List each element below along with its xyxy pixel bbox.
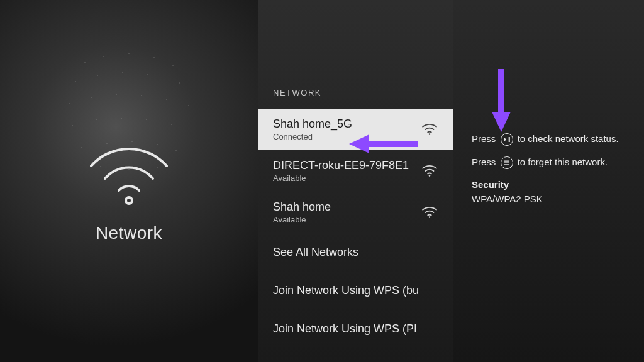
network-name: Shah home bbox=[273, 200, 331, 214]
svg-point-15 bbox=[166, 99, 167, 100]
info-panel: Press to check network status. Press to … bbox=[453, 0, 644, 362]
network-item[interactable]: Shah home Available bbox=[258, 192, 453, 233]
svg-point-29 bbox=[157, 167, 158, 168]
svg-point-21 bbox=[171, 124, 172, 125]
svg-rect-34 bbox=[508, 137, 508, 142]
svg-point-19 bbox=[121, 118, 122, 119]
svg-point-17 bbox=[72, 125, 73, 126]
svg-point-10 bbox=[179, 82, 180, 84]
info-security: Security WPA/WPA2 PSK bbox=[472, 178, 625, 206]
network-name: DIRECT-roku-EE9-79F8E1 bbox=[273, 159, 409, 172]
svg-point-9 bbox=[147, 74, 148, 75]
svg-point-23 bbox=[106, 143, 108, 144]
hero-panel: Network bbox=[0, 0, 258, 362]
svg-point-8 bbox=[122, 72, 123, 73]
svg-point-27 bbox=[100, 166, 101, 167]
network-status: Connected bbox=[273, 132, 352, 141]
svg-point-14 bbox=[141, 95, 142, 96]
svg-point-32 bbox=[429, 175, 431, 177]
info-text: to forget this network. bbox=[518, 156, 608, 167]
action-label: Join Network Using WPS (PIN) bbox=[273, 322, 418, 336]
info-text: Press bbox=[472, 156, 496, 167]
network-status: Available bbox=[273, 215, 331, 224]
network-item[interactable]: DIRECT-roku-EE9-79F8E1 Available bbox=[258, 150, 453, 192]
svg-rect-37 bbox=[504, 162, 509, 163]
svg-point-2 bbox=[103, 56, 104, 57]
svg-point-33 bbox=[429, 216, 431, 218]
menu-icon bbox=[501, 156, 513, 169]
see-all-networks[interactable]: See All Networks bbox=[258, 233, 453, 272]
action-label: Join Network Using WPS (button) bbox=[273, 284, 418, 297]
wifi-signal-icon bbox=[421, 123, 438, 136]
svg-rect-36 bbox=[504, 160, 509, 161]
list-header: NETWORK bbox=[258, 88, 453, 109]
svg-point-11 bbox=[69, 103, 70, 104]
action-label: See All Networks bbox=[273, 246, 358, 259]
svg-point-6 bbox=[75, 81, 76, 82]
svg-point-20 bbox=[146, 119, 147, 120]
info-text: Press bbox=[472, 133, 496, 144]
svg-point-1 bbox=[84, 62, 86, 63]
svg-point-30 bbox=[126, 197, 132, 204]
info-check-status: Press to check network status. bbox=[472, 132, 625, 146]
svg-point-16 bbox=[188, 105, 189, 106]
play-pause-icon bbox=[501, 133, 513, 146]
hero-dot-texture bbox=[47, 44, 211, 182]
network-item-selected[interactable]: Shah home_5G Connected bbox=[258, 109, 453, 150]
svg-point-13 bbox=[116, 94, 117, 95]
svg-rect-35 bbox=[509, 137, 509, 142]
network-settings-screen: Network NETWORK Shah home_5G Connected D… bbox=[0, 0, 644, 362]
wifi-signal-icon bbox=[421, 164, 438, 178]
svg-point-28 bbox=[128, 169, 130, 170]
wifi-signal-icon bbox=[421, 206, 438, 219]
svg-point-31 bbox=[429, 133, 431, 135]
svg-point-24 bbox=[131, 141, 133, 142]
security-label: Security bbox=[472, 178, 625, 192]
join-wps-button[interactable]: Join Network Using WPS (button) bbox=[258, 272, 453, 310]
svg-rect-38 bbox=[504, 164, 509, 165]
network-list-panel: NETWORK Shah home_5G Connected DIRECT-ro… bbox=[258, 0, 453, 362]
svg-point-18 bbox=[96, 119, 97, 120]
network-status: Available bbox=[273, 173, 409, 183]
security-value: WPA/WPA2 PSK bbox=[472, 192, 625, 207]
svg-point-12 bbox=[91, 97, 92, 98]
svg-point-25 bbox=[157, 144, 158, 145]
svg-point-22 bbox=[81, 147, 82, 148]
network-name: Shah home_5G bbox=[273, 118, 352, 131]
svg-point-7 bbox=[97, 75, 98, 76]
svg-point-4 bbox=[153, 57, 155, 58]
info-forget-network: Press to forget this network. bbox=[472, 155, 625, 170]
svg-point-3 bbox=[128, 53, 130, 54]
svg-point-5 bbox=[172, 65, 174, 66]
svg-point-0 bbox=[53, 44, 204, 182]
svg-point-26 bbox=[175, 150, 177, 151]
hero-title: Network bbox=[96, 223, 162, 243]
join-wps-pin[interactable]: Join Network Using WPS (PIN) bbox=[258, 310, 453, 348]
info-text: to check network status. bbox=[518, 133, 619, 144]
